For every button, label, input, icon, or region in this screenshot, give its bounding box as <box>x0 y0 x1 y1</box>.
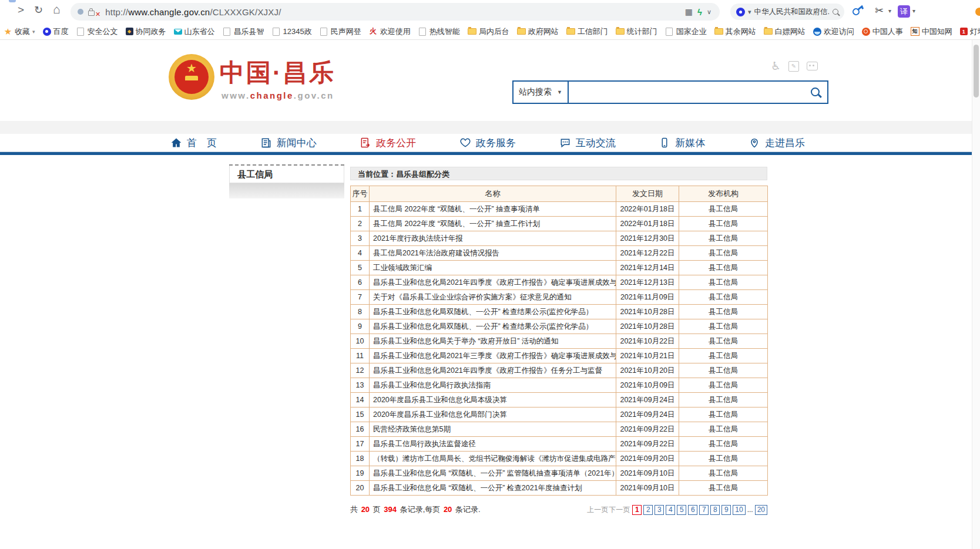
row-date: 2022年01月18日 <box>616 217 679 231</box>
document-link[interactable]: 2020年度昌乐县工业和信息化局部门决算 <box>373 410 507 419</box>
scrollbar-track[interactable] <box>972 40 980 549</box>
bookmark-item[interactable]: 昌乐县智 <box>223 26 264 37</box>
bookmark-item[interactable]: 12345政 <box>272 26 312 37</box>
document-link[interactable]: 关于对《昌乐县工业企业综合评价实施方案》征求意见的通知 <box>373 293 572 301</box>
page-number-last[interactable]: 20 <box>755 505 767 515</box>
document-link[interactable]: 昌乐县工业和信息化局双随机、一公开” 检查结果公示(监控化学品） <box>373 308 593 316</box>
bookmark-item[interactable]: 协同政务 <box>126 26 166 37</box>
pagination-row: 共 20 页 394 条记录,每页 20 条记录. 上一页 下一页 123456… <box>350 504 767 515</box>
document-link[interactable]: 昌乐县工业和信息化局2021年三季度《政府工作报告》确定事项进展成效与举措 <box>373 352 616 360</box>
bookmark-item[interactable]: 工信部门 <box>566 26 608 37</box>
page-number-4[interactable]: 4 <box>666 505 675 515</box>
nav-item-news[interactable]: 新闻中心 <box>260 136 317 150</box>
home-icon[interactable]: ⌂ <box>53 2 61 16</box>
document-link[interactable]: 昌乐县工业和信息化局2021年四季度《政府工作报告》任务分工与监督 <box>373 366 602 375</box>
bookmark-item[interactable]: 中国人事 <box>862 26 903 37</box>
translate-icon[interactable]: 译 <box>898 5 910 18</box>
document-link[interactable]: 昌乐县工业和信息化局关于举办 “政府开放日” 活动的通知 <box>373 337 558 345</box>
browser-toolbar: > ↻ ⌂ ✕ http://www.changle.gov.cn/CLXXXG… <box>0 0 980 23</box>
bookmark-item[interactable]: 局内后台 <box>468 26 509 37</box>
nav-item-gov-open[interactable]: 政务公开 <box>360 136 416 150</box>
bookmark-label: 收藏 <box>15 26 30 37</box>
document-link[interactable]: 县工信局 2022年度 “双随机、一公开” 抽查事项清单 <box>373 205 540 213</box>
document-link[interactable]: 昌乐县工业和信息化局2021年四季度《政府工作报告》确定事项进展成效与举措 <box>373 278 616 287</box>
bookmark-item[interactable]: 百度 <box>43 26 69 37</box>
scissors-icon[interactable]: ✂ <box>875 4 884 17</box>
document-link[interactable]: 民营经济政策信息第5期 <box>373 425 451 433</box>
table-row: 32021年度行政执法统计年报2021年12月30日县工信局 <box>351 231 768 246</box>
refresh-icon[interactable]: ↻ <box>34 4 43 16</box>
quick-search-chip[interactable]: ▾ 中华人民共和国政府信. <box>730 4 844 20</box>
forward-icon[interactable]: > <box>18 4 24 16</box>
bookmark-item[interactable]: 山东省公 <box>174 26 215 37</box>
row-title: 县工信局 2022年度 “双随机、一公开” 抽查事项清单 <box>370 202 616 217</box>
profile-avatar-fragment[interactable] <box>975 8 980 16</box>
bookmark-item[interactable]: 民声网登 <box>320 26 361 37</box>
flame-icon <box>369 27 378 36</box>
page-number-8[interactable]: 8 <box>710 505 720 515</box>
next-page-button[interactable]: 下一页 <box>609 505 630 515</box>
bookmark-item[interactable]: 灯塔-党 <box>960 26 980 37</box>
document-link[interactable]: 昌乐县工业和信息化局 “双随机、一公开” 检查2021年度抽查计划 <box>373 484 582 492</box>
page-number-10[interactable]: 10 <box>733 505 745 515</box>
bookmark-item[interactable]: 热线智能 <box>418 26 460 37</box>
insecure-lock-icon[interactable] <box>88 11 95 16</box>
scrollbar-thumb[interactable] <box>974 45 979 97</box>
bookmark-item[interactable]: 安全公文 <box>76 26 118 37</box>
nav-item-new-media[interactable]: 新媒体 <box>659 136 705 150</box>
sidebar-item-gongxinju[interactable]: 县工信局 <box>229 166 344 183</box>
document-link[interactable]: 县工信局2021年法治政府建设情况报告 <box>373 249 499 257</box>
password-key-icon[interactable] <box>851 7 861 17</box>
document-link[interactable]: 昌乐县工业和信息化局双随机、一公开” 检查结果公示(监控化学品） <box>373 322 593 331</box>
row-org: 县工信局 <box>679 422 768 437</box>
site-search-input[interactable] <box>569 80 828 104</box>
url-bar[interactable]: ✕ http://www.changle.gov.cn/CLXXXGK/XJXJ… <box>71 3 720 21</box>
page-number-1[interactable]: 1 <box>632 505 642 515</box>
bookmark-item[interactable]: 欢迎访问 <box>813 26 854 37</box>
search-category-select[interactable]: 站内搜索 ▼ <box>512 80 569 104</box>
page-number-6[interactable]: 6 <box>688 505 697 515</box>
scissors-caret-icon[interactable]: ▾ <box>888 8 891 14</box>
nav-item-interaction[interactable]: 互动交流 <box>559 136 616 150</box>
wheelchair-icon[interactable]: ♿ <box>771 59 781 73</box>
lightning-icon[interactable]: ϟ <box>697 7 702 17</box>
qr-code-icon[interactable]: ▦ <box>685 7 693 16</box>
document-link[interactable]: 昌乐县工业和信息化局行政执法指南 <box>373 381 491 389</box>
document-link[interactable]: 昌乐县工业和信息化局 “双随机、一公开” 监管随机抽查事项清单（2021年） <box>373 469 616 477</box>
document-link[interactable]: 工业领域政策汇编 <box>373 264 432 272</box>
bookmark-item[interactable]: 国家企业 <box>665 26 707 37</box>
document-link[interactable]: （转载）潍坊市工信局局长、党组书记鞠俊海解读《潍坊市促进集成电路产业高... <box>373 454 616 463</box>
bookmark-item[interactable]: 收藏▾ <box>4 26 35 37</box>
page-number-5[interactable]: 5 <box>677 505 686 515</box>
document-link[interactable]: 2021年度行政执法统计年报 <box>373 234 463 242</box>
site-search-icon[interactable] <box>811 87 820 96</box>
document-link[interactable]: 昌乐县工信局行政执法监督途径 <box>373 440 476 448</box>
prev-page-button[interactable]: 上一页 <box>587 505 608 515</box>
bookmark-item[interactable]: 其余网站 <box>714 26 756 37</box>
page-number-2[interactable]: 2 <box>643 505 653 515</box>
row-date: 2021年10月28日 <box>616 305 679 319</box>
bookmark-item[interactable]: 统计部门 <box>616 26 657 37</box>
reader-mode-icon[interactable] <box>78 9 83 15</box>
page-number-7[interactable]: 7 <box>699 505 709 515</box>
row-number: 9 <box>351 319 370 334</box>
bookmark-item[interactable]: 中国知网 <box>911 26 952 37</box>
document-link[interactable]: 县工信局 2022年度 “双随机、一公开” 抽查工作计划 <box>373 220 540 228</box>
bookmark-item[interactable]: 白嫖网站 <box>764 26 806 37</box>
page-number-3[interactable]: 3 <box>655 505 664 515</box>
nav-item-about[interactable]: 走进昌乐 <box>749 136 805 150</box>
form-edit-icon[interactable]: ✎ <box>788 61 799 72</box>
robot-icon[interactable] <box>807 62 818 70</box>
national-emblem-logo: ★ <box>169 54 214 100</box>
row-title: 昌乐县工信局行政执法监督途径 <box>370 437 616 452</box>
nav-item-home[interactable]: 首 页 <box>170 136 217 150</box>
baidu-icon <box>43 28 51 36</box>
document-link[interactable]: 2020年度昌乐县工业和信息化局本级决算 <box>373 396 507 404</box>
translate-caret-icon[interactable]: ▾ <box>912 8 915 14</box>
bookmark-item[interactable]: 政府网站 <box>517 26 559 37</box>
page-number-9[interactable]: 9 <box>721 505 731 515</box>
pagination: 上一页 下一页 12345678910...20 <box>587 505 767 515</box>
bookmark-item[interactable]: 欢迎使用 <box>369 26 411 37</box>
nav-item-gov-service[interactable]: 政务服务 <box>459 136 516 150</box>
chevron-down-icon[interactable]: ∨ <box>707 8 711 16</box>
